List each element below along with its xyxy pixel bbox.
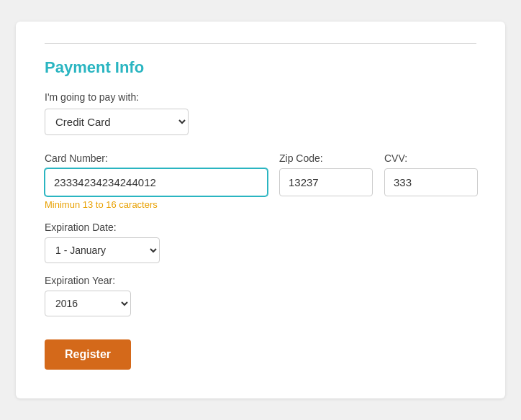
zip-code-label: Zip Code:: [279, 152, 373, 164]
expiry-date-label: Expiration Date:: [45, 222, 476, 233]
expiry-year-label: Expiration Year:: [45, 275, 476, 286]
pay-with-label: I'm going to pay with:: [45, 91, 476, 103]
cvv-group: CVV:: [384, 152, 478, 196]
expiry-date-row: Expiration Date: 1 - January 2 - Februar…: [45, 222, 476, 263]
expiry-year-row: Expiration Year: 2015 2016 2017 2018 201…: [45, 275, 476, 316]
zip-code-input[interactable]: [279, 168, 373, 196]
cvv-input[interactable]: [384, 168, 478, 196]
zip-code-group: Zip Code:: [279, 152, 373, 196]
card-number-input[interactable]: [45, 168, 268, 196]
card-number-group: Card Number:: [45, 152, 268, 196]
card-warning: Minimun 13 to 16 caracters: [45, 199, 476, 210]
expiry-year-select[interactable]: 2015 2016 2017 2018 2019 2020 2021 2022 …: [45, 291, 131, 316]
cvv-label: CVV:: [384, 152, 478, 164]
section-title: Payment Info: [45, 43, 476, 77]
payment-method-select[interactable]: Credit Card PayPal Bank Transfer: [45, 109, 189, 135]
expiry-date-select[interactable]: 1 - January 2 - February 3 - March 4 - A…: [45, 237, 160, 263]
register-button[interactable]: Register: [45, 339, 131, 370]
card-fields-row: Card Number: Zip Code: CVV:: [45, 152, 476, 196]
card-number-label: Card Number:: [45, 152, 268, 164]
payment-card: Payment Info I'm going to pay with: Cred…: [16, 22, 505, 398]
